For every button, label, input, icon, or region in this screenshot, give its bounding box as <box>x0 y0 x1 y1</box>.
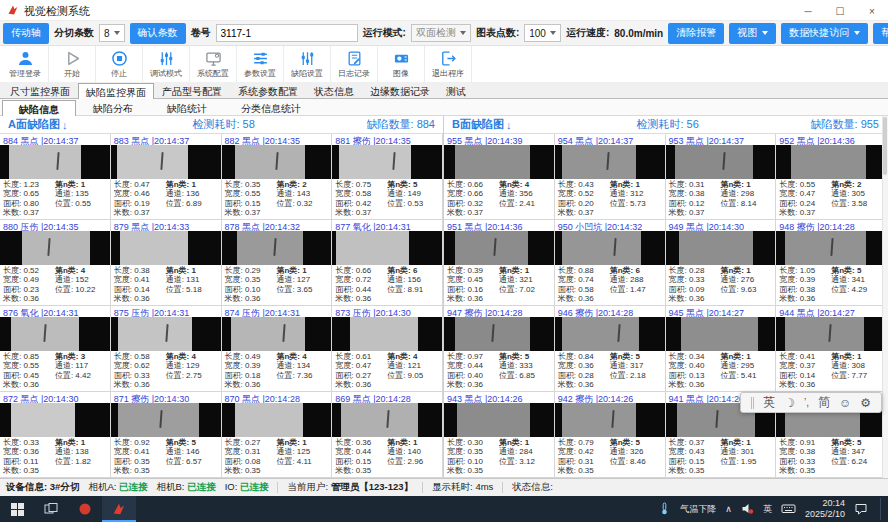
defect-cell-879[interactable]: 879 黑点 |20:14:33长度: 0.38宽度: 0.41面积: 0.14… <box>111 220 222 306</box>
defect-cell-948[interactable]: 948 擦伤 |20:14:28长度: 1.05宽度: 0.39面积: 0.38… <box>776 220 887 306</box>
defect-cell-950[interactable]: 950 小凹坑 |20:14:32长度: 0.88宽度: 0.74面积: 0.5… <box>555 220 666 306</box>
tab-main-5[interactable]: 边缘数据记录 <box>362 82 438 98</box>
debug-mode-button[interactable]: 调试模式 <box>143 46 190 82</box>
log-record-button[interactable]: 日志记录 <box>331 46 378 82</box>
tab-sub-1[interactable]: 缺陷分布 <box>76 99 150 115</box>
tab-main-3[interactable]: 系统参数配置 <box>230 82 306 98</box>
defect-meta: 长度: 0.79宽度: 0.42面积: 0.31米数: 0.35第n类: 5通道… <box>555 437 665 477</box>
defect-cell-878[interactable]: 878 黑点 |20:14:32长度: 0.29宽度: 0.35面积: 0.10… <box>222 220 333 306</box>
defect-cell-945[interactable]: 945 黑点 |20:14:27长度: 0.34宽度: 0.40面积: 0.13… <box>666 306 777 392</box>
defect-cell-881[interactable]: 881 擦伤 |20:14:35长度: 0.75宽度: 0.58面积: 0.42… <box>332 134 443 220</box>
defect-meta: 长度: 0.28宽度: 0.33面积: 0.09米数: 0.36第n类: 1通道… <box>666 265 776 305</box>
image-button[interactable]: 图像 <box>378 46 425 82</box>
defect-cell-880[interactable]: 880 压伤 |20:14:35长度: 0.52宽度: 0.49面积: 0.23… <box>0 220 111 306</box>
moon-icon[interactable]: ☽ <box>784 396 795 410</box>
roll-number-input[interactable] <box>216 24 358 42</box>
start-button[interactable]: 开始 <box>49 46 96 82</box>
defect-cell-943[interactable]: 943 黑点 |20:14:26长度: 0.30宽度: 0.35面积: 0.10… <box>444 392 555 478</box>
defect-meta: 长度: 0.27宽度: 0.31面积: 0.08米数: 0.35第n类: 1通道… <box>222 437 332 477</box>
defect-cell-871[interactable]: 871 擦伤 |20:14:30长度: 0.92宽度: 0.41面积: 0.35… <box>111 392 222 478</box>
drag-handle-icon[interactable] <box>751 397 754 409</box>
defect-cell-877[interactable]: 877 氧化 |20:14:31长度: 0.66宽度: 0.72面积: 0.44… <box>332 220 443 306</box>
tab-main-1[interactable]: 缺陷监控界面 <box>78 83 154 99</box>
defect-cell-953[interactable]: 953 黑点 |20:14:37长度: 0.31宽度: 0.38面积: 0.12… <box>666 134 777 220</box>
task-view-button[interactable] <box>34 496 68 522</box>
tray-expand-chevron[interactable]: ∧ <box>725 504 732 514</box>
defect-cell-883[interactable]: 883 黑点 |20:14:37长度: 0.47宽度: 0.46面积: 0.19… <box>111 134 222 220</box>
param-setting-button[interactable]: 参数设置 <box>237 46 284 82</box>
vertical-scrollbar[interactable] <box>882 116 888 478</box>
stop-button[interactable]: 停止 <box>96 46 143 82</box>
thermometer-icon[interactable] <box>658 502 671 517</box>
io-status: 已连接 <box>240 481 269 492</box>
defect-cell-title: 883 黑点 |20:14:37 <box>111 134 221 145</box>
defect-cell-872[interactable]: 872 黑点 |20:14:30长度: 0.33宽度: 0.36面积: 0.11… <box>0 392 111 478</box>
defect-cell-884[interactable]: 884 黑点 |20:14:37长度: 1.23宽度: 0.65面积: 0.80… <box>0 134 111 220</box>
defect-setting-button[interactable]: 缺陷设置 <box>284 46 331 82</box>
weather-text[interactable]: 气温下降 <box>680 503 716 516</box>
exit-program-button[interactable]: 退出程序 <box>425 46 472 82</box>
defect-cell-874[interactable]: 874 压伤 |20:14:31长度: 0.49宽度: 0.39面积: 0.18… <box>222 306 333 392</box>
meta-col-left: 长度: 0.85宽度: 0.55面积: 0.45米数: 0.36 <box>3 352 55 390</box>
defect-cell-876[interactable]: 876 氧化 |20:14:31长度: 0.85宽度: 0.55面积: 0.45… <box>0 306 111 392</box>
scrollbar-thumb[interactable] <box>883 117 887 175</box>
defect-cell-955[interactable]: 955 黑点 |20:14:39长度: 0.66宽度: 0.66面积: 0.32… <box>444 134 555 220</box>
taskbar-clock[interactable]: 20:14 2025/2/10 <box>805 498 845 520</box>
defect-cell-869[interactable]: 869 黑点 |20:14:28长度: 0.36宽度: 0.44面积: 0.15… <box>332 392 443 478</box>
meta-col-right: 第n类: 5通道: 326位置: 8.46 <box>610 438 662 476</box>
tab-sub-3[interactable]: 分类信息统计 <box>224 99 318 115</box>
help-menu-button[interactable]: 帮助 <box>873 23 888 44</box>
run-mode-select[interactable]: 双面检测 <box>411 24 471 42</box>
defect-cell-875[interactable]: 875 压伤 |20:14:31长度: 0.58宽度: 0.62面积: 0.33… <box>111 306 222 392</box>
minimize-button[interactable]: ─ <box>792 6 824 17</box>
smiley-icon[interactable]: ☺ <box>839 396 851 410</box>
defect-cell-949[interactable]: 949 黑点 |20:14:30长度: 0.28宽度: 0.33面积: 0.09… <box>666 220 777 306</box>
show-desktop-button[interactable] <box>880 498 885 520</box>
taskbar-active-app-icon[interactable] <box>102 496 136 522</box>
tab-main-4[interactable]: 状态信息 <box>306 82 362 98</box>
data-quick-access-button[interactable]: 数据快捷访问 <box>781 23 868 44</box>
params-icon <box>252 50 269 67</box>
close-button[interactable]: × <box>856 6 888 17</box>
confirm-count-button[interactable]: 确认条数 <box>130 23 186 44</box>
notification-icon[interactable] <box>854 502 868 517</box>
ime-language-toggle[interactable]: 英 <box>763 394 775 411</box>
system-config-button[interactable]: 系统配置 <box>190 46 237 82</box>
punctuation-toggle[interactable]: ’, <box>804 397 809 408</box>
defect-meta: 长度: 0.38宽度: 0.41面积: 0.14米数: 0.36第n类: 1通道… <box>111 265 221 305</box>
language-indicator[interactable]: 英 <box>763 503 772 516</box>
drive-axis-button[interactable]: 传动轴 <box>3 23 49 44</box>
defect-cell-951[interactable]: 951 黑点 |20:14:36长度: 0.39宽度: 0.45面积: 0.16… <box>444 220 555 306</box>
view-menu-button[interactable]: 视图 <box>729 23 776 44</box>
tab-main-0[interactable]: 尺寸监控界面 <box>2 82 78 98</box>
volume-icon[interactable] <box>741 502 754 517</box>
defect-image <box>222 317 332 351</box>
panel-header: B面缺陷图↓检测耗时: 56缺陷数量: 955 <box>444 116 887 134</box>
tab-sub-2[interactable]: 缺陷统计 <box>150 99 224 115</box>
defect-cell-947[interactable]: 947 擦伤 |20:14:28长度: 0.97宽度: 0.44面积: 0.40… <box>444 306 555 392</box>
maximize-button[interactable]: ☐ <box>824 6 856 17</box>
defect-cell-952[interactable]: 952 黑点 |20:14:36长度: 0.55宽度: 0.47面积: 0.24… <box>776 134 887 220</box>
gear-icon[interactable]: ⚙ <box>860 396 871 410</box>
ime-simplified-toggle[interactable]: 简 <box>818 394 830 411</box>
defect-cell-942[interactable]: 942 擦伤 |20:14:26长度: 0.79宽度: 0.42面积: 0.31… <box>555 392 666 478</box>
keyboard-icon[interactable] <box>781 502 796 517</box>
split-count-select[interactable]: 8 <box>99 24 125 42</box>
tab-sub-0[interactable]: 缺陷信息 <box>2 100 76 116</box>
admin-login-button[interactable]: 管理登录 <box>2 46 49 82</box>
defect-cell-944[interactable]: 944 黑点 |20:14:27长度: 0.41宽度: 0.37面积: 0.14… <box>776 306 887 392</box>
defect-cell-873[interactable]: 873 压伤 |20:14:30长度: 0.61宽度: 0.47面积: 0.27… <box>332 306 443 392</box>
defect-cell-870[interactable]: 870 黑点 |20:14:28长度: 0.27宽度: 0.31面积: 0.08… <box>222 392 333 478</box>
clear-alarm-button[interactable]: 清除报警 <box>668 23 724 44</box>
taskbar-app-icon[interactable] <box>68 496 102 522</box>
chart-points-select[interactable]: 100 <box>524 24 561 42</box>
meta-col-right: 第n类: 1通道: 140位置: 2.96 <box>387 438 439 476</box>
tab-main-6[interactable]: 测试 <box>438 82 474 98</box>
tab-main-2[interactable]: 产品型号配置 <box>154 82 230 98</box>
defect-cell-954[interactable]: 954 黑点 |20:14:37长度: 0.43宽度: 0.52面积: 0.20… <box>555 134 666 220</box>
defect-cell-946[interactable]: 946 擦伤 |20:14:28长度: 0.84宽度: 0.36面积: 0.28… <box>555 306 666 392</box>
meta-col-right: 第n类: 5通道: 347位置: 6.24 <box>831 438 883 476</box>
defect-cell-882[interactable]: 882 黑点 |20:14:35长度: 0.35宽度: 0.55面积: 0.15… <box>222 134 333 220</box>
meta-col-left: 长度: 1.05宽度: 0.39面积: 0.38米数: 0.36 <box>779 266 831 304</box>
start-button[interactable] <box>0 496 34 522</box>
